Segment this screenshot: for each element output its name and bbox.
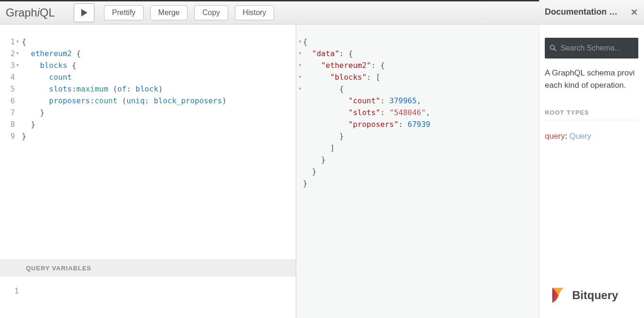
pane-resizer[interactable] [294, 25, 299, 318]
query-gutter: 1▼2▼3▼4 5 6 7 8 9 [0, 36, 22, 259]
root-types-label: ROOT TYPES [539, 109, 644, 116]
gutter-line: 9 [0, 130, 19, 142]
main: 1▼2▼3▼4 5 6 7 8 9 { ethereum2 { blocks {… [0, 25, 644, 318]
query-variables-code[interactable] [22, 285, 296, 318]
gutter-line: 3▼ [0, 59, 19, 71]
divider [545, 120, 638, 120]
prettify-button[interactable]: Prettify [104, 5, 144, 20]
query-variables-header[interactable]: QUERY VARIABLES [0, 259, 296, 276]
doc-title: Documentation E… [545, 7, 620, 17]
result-code: { "data": { "ethereum2": { "blocks": [ {… [303, 36, 430, 318]
gutter-line: 5 [0, 83, 19, 95]
root-type-key: query [545, 132, 565, 141]
gutter-line: 1▼ [0, 36, 19, 48]
documentation-explorer: Documentation E… ✕ A GraphQL schema prov… [539, 25, 644, 318]
bitquery-logo-icon [550, 287, 566, 304]
merge-button[interactable]: Merge [150, 5, 188, 20]
gutter-line: 8 [0, 118, 19, 130]
svg-line-2 [554, 49, 556, 51]
root-type-link[interactable]: Query [569, 132, 591, 141]
brand: Bitquery [550, 287, 618, 304]
search-icon [550, 44, 557, 52]
gutter-line: 7 [0, 107, 19, 118]
run-button[interactable] [74, 3, 94, 22]
query-code[interactable]: { ethereum2 { blocks { count slots:maxim… [22, 36, 296, 259]
root-types: query: Query [539, 132, 644, 141]
schema-description: A GraphQL schema provi each kind of oper… [539, 67, 644, 91]
query-variables-editor[interactable]: 1 [0, 276, 296, 318]
gutter-line: 1 [0, 285, 19, 297]
gutter-line: 2▼ [0, 48, 19, 59]
gutter-line: 6 [0, 95, 19, 107]
history-button[interactable]: History [235, 5, 275, 20]
svg-point-1 [550, 45, 555, 50]
play-icon [80, 8, 88, 17]
result-pane: ▼▼▼▼▼ { "data": { "ethereum2": { "blocks… [296, 25, 539, 318]
svg-marker-0 [81, 9, 87, 17]
gutter-line: 4 [0, 71, 19, 83]
doc-header: Documentation E… ✕ [539, 0, 644, 25]
close-icon[interactable]: ✕ [630, 7, 638, 18]
brand-name: Bitquery [572, 289, 618, 302]
schema-search-input[interactable] [561, 44, 634, 52]
query-editor[interactable]: 1▼2▼3▼4 5 6 7 8 9 { ethereum2 { blocks {… [0, 25, 296, 259]
query-variables-gutter: 1 [0, 285, 22, 318]
schema-search[interactable] [545, 38, 638, 59]
copy-button[interactable]: Copy [194, 5, 228, 20]
editor-pane: 1▼2▼3▼4 5 6 7 8 9 { ethereum2 { blocks {… [0, 25, 296, 318]
app-logo: GraphiQL [6, 6, 55, 19]
